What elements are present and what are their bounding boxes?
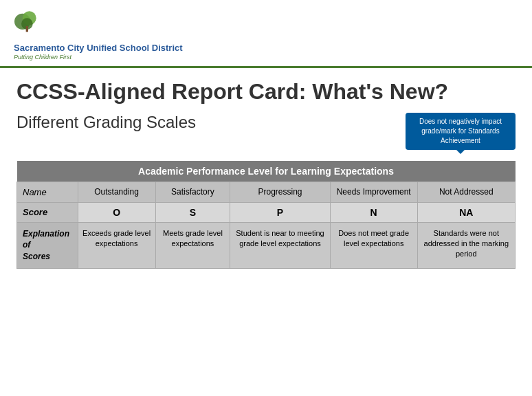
- score-col1: O: [78, 202, 155, 222]
- score-col5: NA: [417, 202, 515, 222]
- explanation-row: Explanation of Scores Exceeds grade leve…: [17, 222, 516, 268]
- explanation-label: Explanation of Scores: [17, 222, 78, 268]
- section-header-row: Academic Performance Level for Learning …: [17, 161, 516, 182]
- score-col3: P: [230, 202, 331, 222]
- explanation-col1: Exceeds grade level expectations: [78, 222, 155, 268]
- score-row: Score O S P N NA: [17, 202, 516, 222]
- section-header-cell: Academic Performance Level for Learning …: [17, 161, 516, 182]
- callout-box: Does not negatively impact grade/mark fo…: [406, 113, 516, 150]
- col4-header: Needs Improvement: [330, 182, 417, 202]
- label-header-cell: Name: [17, 182, 78, 202]
- score-col4: N: [330, 202, 417, 222]
- performance-table: Academic Performance Level for Learning …: [16, 161, 516, 269]
- explanation-col2: Meets grade level expectations: [155, 222, 230, 268]
- explanation-col3: Student is near to meeting grade level e…: [230, 222, 331, 268]
- col1-header: Outstanding: [78, 182, 155, 202]
- explanation-col5: Standards were not addressed in the mark…: [417, 222, 515, 268]
- score-label: Score: [17, 202, 78, 222]
- page-title: CCSS-Aligned Report Card: What's New?: [16, 79, 516, 104]
- col5-header: Not Addressed: [417, 182, 515, 202]
- score-col2: S: [155, 202, 230, 222]
- main-content: CCSS-Aligned Report Card: What's New? Di…: [0, 68, 532, 280]
- page-subtitle: Different Grading Scales: [16, 113, 196, 132]
- page-header: Sacramento City Unified School District …: [0, 0, 532, 68]
- table-container: Academic Performance Level for Learning …: [16, 161, 516, 269]
- district-logo: [11, 6, 45, 40]
- district-name: Sacramento City Unified School District: [14, 43, 183, 54]
- district-tagline: Putting Children First: [14, 54, 183, 60]
- explanation-label-text: Explanation of Scores: [23, 229, 69, 262]
- col3-header: Progressing: [230, 182, 331, 202]
- column-header-row: Name Outstanding Satisfactory Progressin…: [17, 182, 516, 202]
- explanation-col4: Does not meet grade level expectations: [330, 222, 417, 268]
- subtitle-row: Different Grading Scales Does not negati…: [16, 113, 516, 150]
- col2-header: Satisfactory: [155, 182, 230, 202]
- svg-rect-3: [26, 26, 28, 32]
- logo-area: Sacramento City Unified School District …: [11, 6, 183, 60]
